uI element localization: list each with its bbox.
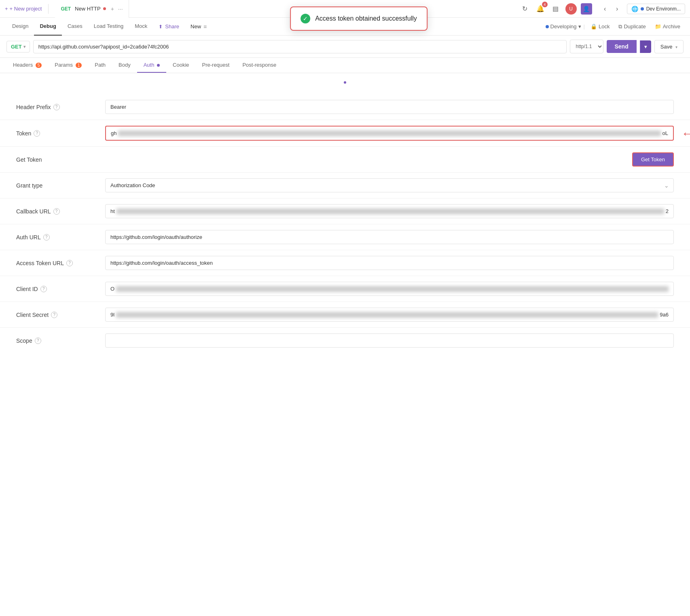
refresh-icon[interactable]: ↻ [519,3,531,15]
get-token-row: Get Token Get Token [0,147,690,173]
client-secret-label: Client Secret [16,312,49,318]
sub-tab-cookie[interactable]: Cookie [166,58,195,73]
client-id-help-icon[interactable]: ? [40,286,47,292]
sub-tab-params[interactable]: Params 1 [48,58,88,73]
tab-mock[interactable]: Mock [129,18,153,36]
auth-active-dot [157,64,160,67]
nav-back-icon[interactable]: ‹ [599,3,611,15]
callback-url-blurred [116,209,664,214]
second-bar-right: Developing ▾ | 🔒 Lock ⧉ Duplicate 📁 Arch… [546,23,684,30]
client-secret-label-wrap: Client Secret ? [16,312,105,318]
access-token-url-help-icon[interactable]: ? [66,260,73,266]
auth-url-row: Auth URL ? [0,224,690,250]
tab-add-icon[interactable]: + [111,6,114,12]
auth-url-help-icon[interactable]: ? [43,234,50,240]
nav-forward-icon[interactable]: › [612,3,623,15]
auth-form: Header Prefix ? Token ? gh oL ← Get Toke… [0,86,690,361]
headers-badge: 5 [36,63,42,68]
scope-label: Scope [16,338,32,344]
send-dropdown-button[interactable]: ▾ [640,40,651,53]
tab-more-icon[interactable]: ··· [118,6,123,12]
header-prefix-help-icon[interactable]: ? [53,104,60,110]
callback-url-start: ht [110,208,115,214]
tab-load-testing[interactable]: Load Testing [88,18,129,36]
red-arrow-indicator: ← [681,126,690,141]
token-end: oL [662,130,668,136]
get-token-button[interactable]: Get Token [632,152,674,167]
grant-type-select-wrap: Authorization Code Client Credentials Pa… [105,178,674,192]
sub-tab-path[interactable]: Path [88,58,112,73]
toast-message: Access token obtained successfully [315,15,417,22]
env-globe-icon: 🌐 [631,6,638,12]
url-input[interactable] [33,40,567,53]
share-icon: ⬆ [159,24,163,30]
env-status-dot [641,7,644,11]
token-blurred [118,131,660,136]
sub-tab-body[interactable]: Body [112,58,137,73]
tab-unsaved-dot [103,7,106,10]
send-button[interactable]: Send [607,40,637,53]
lock-button[interactable]: 🔒 Lock [587,23,613,30]
method-selector[interactable]: GET ▾ [6,41,30,53]
grant-type-select[interactable]: Authorization Code Client Credentials Pa… [105,178,674,192]
sort-icon: ≡ [203,23,207,30]
scope-input[interactable] [105,333,674,348]
token-label-wrap: Token ? [16,130,105,137]
tab-debug[interactable]: Debug [34,18,61,36]
grant-type-label: Grant type [16,182,42,189]
save-dropdown-icon: ▾ [675,45,677,49]
header-prefix-label-wrap: Header Prefix ? [16,104,105,110]
sub-tab-headers[interactable]: Headers 5 [6,58,48,73]
auth-url-input[interactable] [105,230,674,244]
send-dropdown-icon: ▾ [644,44,647,50]
avatar[interactable]: U [565,3,577,15]
new-project-label: + New project [10,6,42,12]
protocol-selector[interactable]: http/1.1 [570,40,603,53]
params-badge: 1 [76,63,82,68]
bar-separator-1: | [584,23,585,30]
sub-tab-pre-request[interactable]: Pre-request [196,58,236,73]
layout-icon[interactable]: ▤ [550,3,561,15]
auth-url-label: Auth URL [16,234,41,240]
save-button[interactable]: Save ▾ [654,40,684,53]
tab-design[interactable]: Design [6,18,34,36]
client-secret-start: 9l [110,312,114,318]
env-label: Dev Environm... [646,6,681,12]
new-tab[interactable]: New ≡ [185,18,212,36]
client-secret-row: Client Secret ? 9l 9a6 [0,302,690,328]
token-display[interactable]: gh oL [105,126,674,141]
url-bar: GET ▾ http/1.1 Send ▾ Save ▾ [0,36,690,58]
scope-help-icon[interactable]: ? [35,338,41,344]
header-prefix-label: Header Prefix [16,104,51,110]
client-secret-help-icon[interactable]: ? [51,312,57,318]
toast-check-icon: ✓ [301,14,310,23]
dev-environment-btn[interactable]: Developing ▾ [546,23,581,30]
notifications-icon[interactable]: 🔔 4 [535,3,546,15]
archive-icon: 📁 [655,23,661,30]
token-help-icon[interactable]: ? [34,130,40,137]
send-label: Send [615,43,629,50]
share-button[interactable]: ⬆ Share [153,18,185,36]
dev-label: Developing [550,23,577,30]
sub-tab-auth[interactable]: Auth [137,58,166,73]
scope-row: Scope ? [0,328,690,353]
archive-button[interactable]: 📁 Archive [652,23,684,30]
callback-url-row: Callback URL ? ht 2 [0,198,690,224]
callback-url-end: 2 [666,208,669,214]
environment-selector[interactable]: 🌐 Dev Environm... [627,4,685,14]
new-project-button[interactable]: + + New project [5,6,42,12]
scope-label-wrap: Scope ? [16,338,105,344]
callback-url-help-icon[interactable]: ? [53,208,60,215]
access-token-url-input[interactable] [105,256,674,270]
header-prefix-input[interactable] [105,100,674,114]
duplicate-button[interactable]: ⧉ Duplicate [615,23,649,30]
request-tab[interactable]: GET New HTTP + ··· [55,0,129,18]
header-prefix-row: Header Prefix ? [0,94,690,120]
grant-type-row: Grant type Authorization Code Client Cre… [0,173,690,198]
auth-url-label-wrap: Auth URL ? [16,234,105,240]
user-icon[interactable]: 👤 [581,3,592,15]
sub-tab-post-response[interactable]: Post-response [236,58,283,73]
archive-label: Archive [663,23,680,30]
grant-type-label-wrap: Grant type [16,182,105,189]
tab-cases[interactable]: Cases [62,18,88,36]
